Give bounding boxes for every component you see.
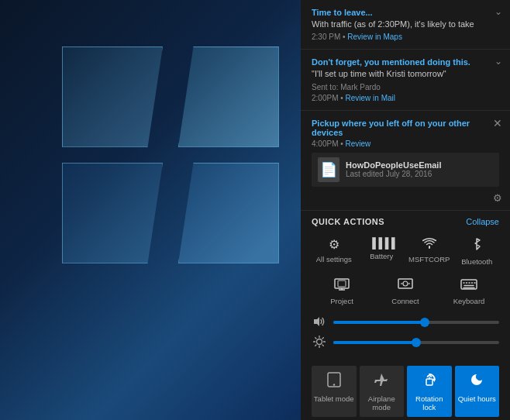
svg-rect-4	[398, 279, 412, 288]
wifi-icon	[422, 237, 436, 252]
win-logo-bottom-right	[178, 163, 279, 263]
quick-actions-title: QUICK ACTIONS	[312, 217, 384, 226]
svg-point-27	[333, 384, 335, 385]
settings-icon: ⚙	[329, 237, 339, 252]
connect-label: Connect	[391, 297, 419, 305]
keyboard-icon	[460, 278, 477, 294]
volume-slider-row	[312, 313, 499, 332]
bluetooth-label: Bluetooth	[461, 257, 492, 266]
quick-action-all-settings[interactable]: ⚙ All settings	[312, 232, 357, 269]
notif-reminder-chevron[interactable]: ⌄	[494, 56, 502, 67]
airplane-mode-label: Airplane mode	[361, 394, 403, 412]
win-logo-top-right	[178, 46, 279, 147]
project-label: Project	[330, 297, 353, 305]
svg-line-23	[322, 345, 323, 346]
windows-logo	[62, 46, 279, 263]
quick-action-keyboard[interactable]: Keyboard	[439, 274, 499, 308]
msftcorp-label: MSFTCORP	[408, 255, 450, 263]
quiet-hours-label: Quiet hours	[458, 394, 496, 403]
tablet-mode-label: Tablet mode	[314, 394, 354, 403]
airplane-mode-icon	[374, 372, 389, 391]
svg-point-17	[317, 339, 322, 344]
notif-pickup-meta: 4:00PM • Review	[312, 139, 499, 148]
quick-actions-header: QUICK ACTIONS Collapse	[312, 217, 499, 226]
win-logo-bottom-left	[62, 163, 163, 263]
notif-reminder-body: "I'll set up time with Kristi tomorrow"	[312, 68, 499, 80]
svg-line-24	[322, 337, 323, 338]
quiet-hours-button[interactable]: Quiet hours	[455, 366, 500, 417]
win-logo-top-left	[62, 46, 163, 147]
quick-actions-row2: Project Connect	[312, 274, 499, 308]
tablet-mode-icon	[327, 372, 341, 391]
notif-reminder-meta: 2:00PM • Review in Mail	[312, 94, 499, 102]
notif-pickup-close-icon[interactable]: ✕	[493, 117, 502, 129]
notif-travel-meta: 2:30 PM • Review in Maps	[312, 33, 499, 41]
svg-line-22	[315, 337, 316, 338]
notif-pickup-review-link[interactable]: Review	[346, 139, 371, 148]
battery-label: Battery	[370, 252, 393, 260]
notif-travel-chevron[interactable]: ⌄	[494, 6, 502, 17]
volume-thumb[interactable]	[420, 318, 429, 327]
svg-point-5	[403, 281, 408, 286]
project-icon	[334, 278, 350, 294]
svg-rect-1	[338, 281, 346, 287]
notif-travel-review-link[interactable]: Review in Maps	[347, 33, 402, 41]
quick-action-project[interactable]: Project	[312, 274, 372, 308]
notif-travel-body: With traffic (as of 2:30PM), it's likely…	[312, 19, 499, 30]
notification-travel: Time to leave... With traffic (as of 2:3…	[301, 0, 510, 50]
file-name: HowDoPeopleUseEmail	[346, 160, 441, 170]
tablet-mode-button[interactable]: Tablet mode	[312, 366, 357, 417]
svg-marker-16	[314, 317, 319, 326]
file-preview: 📄 HowDoPeopleUseEmail Last edited July 2…	[312, 153, 499, 187]
file-sub: Last edited July 28, 2016	[346, 170, 441, 178]
notif-pickup-gear-icon[interactable]: ⚙	[493, 192, 502, 204]
airplane-mode-button[interactable]: Airplane mode	[360, 366, 405, 417]
notif-reminder-sent: Sent to: Mark Pardo	[312, 83, 499, 91]
bottom-action-buttons: Tablet mode Airplane mode Ro	[301, 360, 510, 420]
notif-reminder-title: Don't forget, you mentioned doing this.	[312, 57, 499, 67]
keyboard-label: Keyboard	[453, 297, 485, 305]
file-icon: 📄	[318, 157, 339, 182]
volume-icon	[312, 316, 327, 329]
connect-icon	[398, 278, 413, 294]
volume-track[interactable]	[333, 321, 499, 324]
svg-line-25	[315, 345, 316, 346]
notif-travel-title: Time to leave...	[312, 8, 499, 17]
notif-pickup-title: Pickup where you left off on your other …	[312, 119, 499, 137]
svg-rect-29	[426, 379, 432, 385]
rotation-lock-label: Rotation lock	[408, 394, 450, 412]
brightness-thumb[interactable]	[412, 338, 421, 347]
action-center-panel: Time to leave... With traffic (as of 2:3…	[301, 0, 510, 420]
quiet-hours-icon	[469, 372, 484, 391]
bluetooth-icon	[471, 237, 482, 254]
notification-pickup: Pickup where you left off on your other …	[301, 111, 510, 211]
all-settings-label: All settings	[316, 255, 352, 263]
quick-actions-section: QUICK ACTIONS Collapse ⚙ All settings ▐▐…	[301, 211, 510, 356]
brightness-icon	[312, 336, 327, 350]
rotation-lock-icon	[422, 372, 437, 391]
quick-action-battery[interactable]: ▐▐▐▐ Battery	[360, 232, 405, 269]
volume-fill	[333, 321, 425, 324]
battery-icon: ▐▐▐▐	[369, 237, 395, 249]
notification-reminder: Don't forget, you mentioned doing this. …	[301, 50, 510, 110]
quick-actions-row1: ⚙ All settings ▐▐▐▐ Battery MSFTCO	[312, 232, 499, 269]
brightness-track[interactable]	[333, 341, 499, 344]
quick-action-msftcorp[interactable]: MSFTCORP	[407, 232, 452, 269]
quick-action-bluetooth[interactable]: Bluetooth	[455, 232, 500, 269]
rotation-lock-button[interactable]: Rotation lock	[407, 366, 452, 417]
file-info: HowDoPeopleUseEmail Last edited July 28,…	[346, 160, 441, 178]
brightness-fill	[333, 341, 416, 344]
notif-reminder-review-link[interactable]: Review in Mail	[346, 94, 395, 102]
brightness-slider-row	[312, 332, 499, 353]
collapse-button[interactable]: Collapse	[466, 217, 499, 226]
quick-action-connect[interactable]: Connect	[375, 274, 436, 308]
